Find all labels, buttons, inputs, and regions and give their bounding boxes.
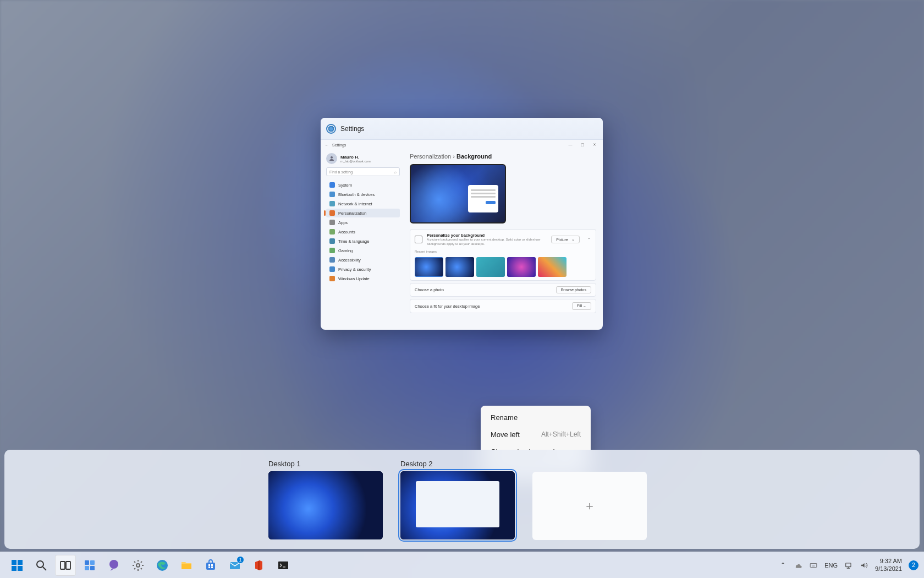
keyboard-icon[interactable] [809,561,818,570]
background-preview [410,164,506,223]
picture-icon [415,236,422,243]
maximize-icon[interactable]: ▢ [579,143,586,147]
store-button[interactable] [200,555,221,576]
chevron-up-icon[interactable]: ⌃ [587,237,591,242]
svg-rect-2 [18,560,23,565]
recent-image-thumb[interactable] [446,257,474,277]
language-indicator[interactable]: ENG [824,562,838,569]
nav-item-label: Apps [338,220,348,225]
nav-item-label: Time & language [338,239,369,244]
sidebar-item-gaming[interactable]: Gaming [326,246,400,255]
nav-item-icon [329,257,335,263]
svg-rect-17 [206,563,215,570]
svg-rect-18 [208,564,210,566]
sidebar-item-privacy-security[interactable]: Privacy & security [326,265,400,274]
nav-item-label: Windows Update [338,276,370,281]
edge-button[interactable] [152,555,173,576]
sidebar-item-accessibility[interactable]: Accessibility [326,255,400,264]
recent-image-thumb[interactable] [476,257,505,277]
volume-icon[interactable] [860,561,868,570]
clock[interactable]: 9:32 AM 9/13/2021 [875,558,902,572]
fit-select[interactable]: Fill ⌄ [572,302,591,310]
sidebar-item-network-internet[interactable]: Network & internet [326,199,400,208]
search-placeholder: Find a setting [329,170,353,174]
back-arrow-icon[interactable]: ← [325,143,329,147]
sidebar-item-accounts[interactable]: Accounts [326,227,400,236]
user-name: Mauro H. [340,155,371,160]
taskbar: 1 ⌃ ENG 9:32 AM 9/13/2021 2 [0,552,924,578]
svg-point-5 [37,561,43,568]
context-menu-item-move-left[interactable]: Move leftAlt+Shift+Left [484,426,587,443]
widgets-button[interactable] [79,555,100,576]
sidebar-item-bluetooth-devices[interactable]: Bluetooth & devices [326,190,400,199]
background-type-select[interactable]: Picture ⌄ [551,236,580,243]
recent-image-thumb[interactable] [507,257,536,277]
nav-item-icon [329,201,335,206]
nav-item-label: System [338,183,352,188]
settings-window-preview[interactable]: Settings ← Settings — ▢ ✕ Mauro H. m_lab… [321,118,603,330]
svg-rect-7 [61,561,65,569]
context-menu-item-rename[interactable]: Rename [484,409,587,426]
svg-point-14 [136,564,140,567]
choose-fit-row: Choose a fit for your desktop image Fill… [410,299,596,313]
virtual-desktop-thumb[interactable] [268,471,383,539]
user-email: m_lab@outlook.com [340,160,371,163]
plus-icon: ＋ [584,498,596,514]
breadcrumb: Personalization › Background [410,153,596,160]
settings-back-label: Settings [332,143,346,147]
file-explorer-button[interactable] [176,555,197,576]
card-title: Personalize your background [427,233,547,238]
virtual-desktop-item[interactable]: Desktop 1 [268,460,383,539]
browse-photos-button[interactable]: Browse photos [556,286,591,293]
svg-rect-8 [66,561,70,569]
sidebar-item-system[interactable]: System [326,181,400,189]
network-icon[interactable] [844,561,853,570]
notification-badge[interactable]: 2 [909,560,919,570]
settings-nav: SystemBluetooth & devicesNetwork & inter… [326,181,400,283]
sidebar-item-personalization[interactable]: Personalization [326,209,400,217]
context-item-label: Rename [491,413,518,422]
start-button[interactable] [7,555,28,576]
svg-point-0 [331,156,333,159]
breadcrumb-parent[interactable]: Personalization [410,153,451,160]
svg-rect-10 [90,560,95,565]
virtual-desktop-thumb[interactable] [400,471,515,539]
onedrive-icon[interactable] [794,561,802,570]
settings-app-button[interactable] [128,555,148,576]
search-input[interactable]: Find a setting ⌕ [326,167,400,176]
terminal-button[interactable] [273,555,294,576]
sidebar-item-windows-update[interactable]: Windows Update [326,274,400,283]
nav-item-label: Gaming [338,248,353,253]
sidebar-item-apps[interactable]: Apps [326,218,400,227]
office-button[interactable] [249,555,270,576]
svg-point-13 [109,560,118,569]
svg-rect-30 [846,563,851,567]
nav-item-icon [329,248,335,253]
nav-item-icon [329,182,335,188]
breadcrumb-current: Background [457,153,492,160]
mail-badge: 1 [237,556,244,564]
svg-rect-23 [278,561,288,569]
sidebar-item-time-language[interactable]: Time & language [326,237,400,246]
nav-item-label: Bluetooth & devices [338,192,375,197]
settings-app-title: Settings [340,125,364,133]
search-button[interactable] [31,555,52,576]
settings-sidebar: Mauro H. m_lab@outlook.com Find a settin… [321,150,403,330]
virtual-desktop-item[interactable]: Desktop 2 [400,460,515,539]
nav-item-label: Privacy & security [338,267,371,272]
mail-button[interactable]: 1 [224,555,245,576]
choose-photo-row: Choose a photo Browse photos [410,283,596,297]
new-desktop-button[interactable]: ＋ [532,472,647,540]
recent-image-thumb[interactable] [415,257,443,277]
task-view-button[interactable] [55,555,76,576]
settings-inner-header: ← Settings — ▢ ✕ [321,140,603,150]
minimize-icon[interactable]: — [566,143,574,146]
svg-rect-16 [182,564,191,569]
user-block[interactable]: Mauro H. m_lab@outlook.com [326,153,400,164]
personalize-background-card[interactable]: Personalize your background A picture ba… [410,229,596,281]
close-icon[interactable]: ✕ [591,143,598,147]
svg-rect-9 [85,560,89,565]
tray-chevron-icon[interactable]: ⌃ [778,561,787,570]
teams-chat-button[interactable] [103,555,124,576]
recent-image-thumb[interactable] [538,257,566,277]
